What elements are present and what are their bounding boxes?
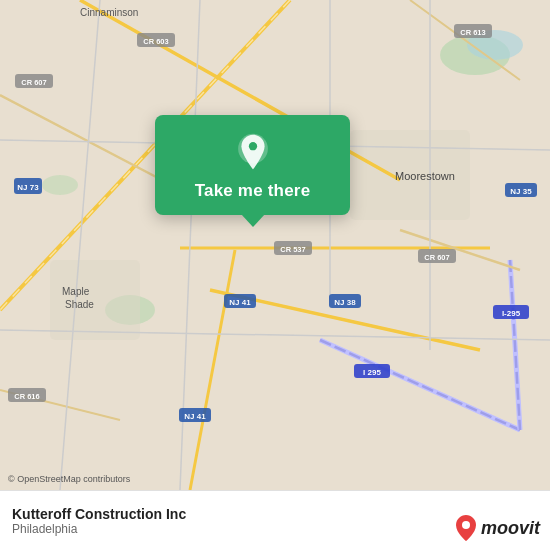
- svg-point-59: [462, 521, 470, 529]
- popup-card[interactable]: Take me there: [155, 115, 350, 215]
- svg-text:CR 607: CR 607: [21, 78, 46, 87]
- moovit-logo-text: moovit: [481, 518, 540, 539]
- moovit-pin-icon: [455, 514, 477, 542]
- svg-text:Maple: Maple: [62, 286, 90, 297]
- svg-text:CR 616: CR 616: [14, 392, 39, 401]
- svg-point-4: [42, 175, 78, 195]
- svg-text:I 295: I 295: [363, 368, 381, 377]
- svg-text:CR 537: CR 537: [280, 245, 305, 254]
- svg-text:NJ 35: NJ 35: [510, 187, 532, 196]
- take-me-there-button[interactable]: Take me there: [195, 181, 311, 201]
- svg-text:NJ 41: NJ 41: [184, 412, 206, 421]
- svg-point-58: [248, 142, 256, 150]
- svg-text:CR 613: CR 613: [460, 28, 485, 37]
- svg-text:NJ 73: NJ 73: [17, 183, 39, 192]
- svg-text:I-295: I-295: [502, 309, 521, 318]
- svg-text:CR 603: CR 603: [143, 37, 168, 46]
- location-pin-icon: [234, 133, 272, 171]
- svg-text:CR 607: CR 607: [424, 253, 449, 262]
- svg-text:NJ 38: NJ 38: [334, 298, 356, 307]
- svg-rect-6: [50, 260, 140, 340]
- moovit-logo: moovit: [455, 514, 540, 542]
- map-attribution: © OpenStreetMap contributors: [8, 474, 130, 484]
- map-container: NJ 73 CR 603 CR 607 CR 613 CR 537 CR 607…: [0, 0, 550, 490]
- svg-text:Shade: Shade: [65, 299, 94, 310]
- svg-text:Cinnaminson: Cinnaminson: [80, 7, 138, 18]
- svg-text:Moorestown: Moorestown: [395, 170, 455, 182]
- bottom-bar: Kutteroff Construction Inc Philadelphia …: [0, 490, 550, 550]
- svg-text:NJ 41: NJ 41: [229, 298, 251, 307]
- map-svg: NJ 73 CR 603 CR 607 CR 613 CR 537 CR 607…: [0, 0, 550, 490]
